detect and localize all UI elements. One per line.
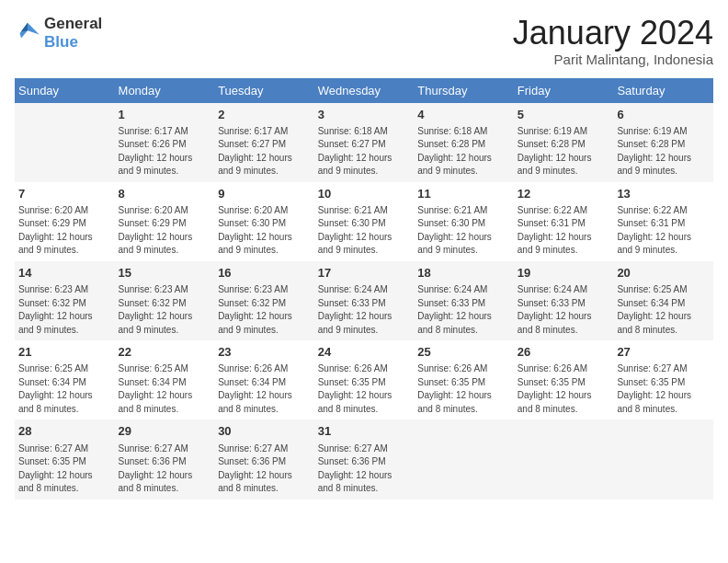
calendar-cell [414,419,514,499]
day-info: Sunrise: 6:27 AMSunset: 6:36 PMDaylight:… [318,442,411,496]
day-info: Sunrise: 6:27 AMSunset: 6:35 PMDaylight:… [18,442,111,496]
day-number: 21 [18,344,111,361]
day-number: 4 [417,107,510,123]
day-info: Sunrise: 6:26 AMSunset: 6:35 PMDaylight:… [518,362,610,416]
day-info: Sunrise: 6:17 AMSunset: 6:26 PMDaylight:… [119,125,211,178]
day-number: 18 [417,265,510,282]
day-number: 23 [218,344,311,361]
logo: General Blue [15,15,102,51]
calendar-cell: 6Sunrise: 6:19 AMSunset: 6:28 PMDaylight… [613,103,713,182]
calendar-cell [514,419,614,499]
calendar-cell: 7Sunrise: 6:20 AMSunset: 6:29 PMDaylight… [15,182,115,261]
day-info: Sunrise: 6:20 AMSunset: 6:29 PMDaylight:… [119,204,211,258]
day-info: Sunrise: 6:19 AMSunset: 6:28 PMDaylight:… [617,125,710,178]
day-number: 24 [318,344,411,361]
day-number: 2 [218,107,311,123]
day-number: 8 [119,186,211,202]
day-number: 30 [218,423,311,440]
weekday-header: Saturday [613,78,713,103]
day-number: 25 [417,344,510,361]
day-info: Sunrise: 6:22 AMSunset: 6:31 PMDaylight:… [617,204,710,258]
calendar-cell: 16Sunrise: 6:23 AMSunset: 6:32 PMDayligh… [214,261,314,340]
day-info: Sunrise: 6:22 AMSunset: 6:31 PMDaylight:… [518,204,610,258]
calendar-cell: 11Sunrise: 6:21 AMSunset: 6:30 PMDayligh… [414,182,514,261]
calendar-cell: 10Sunrise: 6:21 AMSunset: 6:30 PMDayligh… [314,182,415,261]
calendar-cell [613,419,713,499]
title-area: January 2024 Parit Malintang, Indonesia [513,15,713,67]
calendar-cell: 4Sunrise: 6:18 AMSunset: 6:28 PMDaylight… [414,103,514,182]
calendar-cell: 25Sunrise: 6:26 AMSunset: 6:35 PMDayligh… [414,340,514,419]
logo-text: General Blue [44,15,102,51]
day-number: 26 [518,344,610,361]
day-number: 19 [518,265,610,282]
day-info: Sunrise: 6:26 AMSunset: 6:35 PMDaylight:… [318,362,411,416]
weekday-header: Thursday [414,78,514,103]
day-info: Sunrise: 6:23 AMSunset: 6:32 PMDaylight:… [218,283,311,337]
day-number: 14 [18,265,111,282]
day-info: Sunrise: 6:17 AMSunset: 6:27 PMDaylight:… [218,125,311,178]
calendar-cell: 21Sunrise: 6:25 AMSunset: 6:34 PMDayligh… [15,340,115,419]
calendar-week-row: 7Sunrise: 6:20 AMSunset: 6:29 PMDaylight… [15,182,713,261]
day-info: Sunrise: 6:26 AMSunset: 6:34 PMDaylight:… [218,362,311,416]
day-number: 13 [617,186,710,202]
calendar-cell: 8Sunrise: 6:20 AMSunset: 6:29 PMDaylight… [115,182,215,261]
calendar-cell: 26Sunrise: 6:26 AMSunset: 6:35 PMDayligh… [514,340,614,419]
day-number: 29 [119,423,211,440]
day-info: Sunrise: 6:23 AMSunset: 6:32 PMDaylight:… [18,283,111,337]
calendar-week-row: 1Sunrise: 6:17 AMSunset: 6:26 PMDaylight… [15,103,713,182]
calendar-cell: 5Sunrise: 6:19 AMSunset: 6:28 PMDaylight… [514,103,614,182]
calendar-cell: 17Sunrise: 6:24 AMSunset: 6:33 PMDayligh… [314,261,415,340]
logo-icon [15,20,40,46]
calendar-cell: 1Sunrise: 6:17 AMSunset: 6:26 PMDaylight… [115,103,215,182]
calendar-cell: 18Sunrise: 6:24 AMSunset: 6:33 PMDayligh… [414,261,514,340]
calendar-week-row: 28Sunrise: 6:27 AMSunset: 6:35 PMDayligh… [15,419,713,499]
calendar-week-row: 14Sunrise: 6:23 AMSunset: 6:32 PMDayligh… [15,261,713,340]
day-info: Sunrise: 6:20 AMSunset: 6:29 PMDaylight:… [18,204,111,258]
calendar-week-row: 21Sunrise: 6:25 AMSunset: 6:34 PMDayligh… [15,340,713,419]
weekday-header-row: SundayMondayTuesdayWednesdayThursdayFrid… [15,78,713,103]
calendar-cell: 9Sunrise: 6:20 AMSunset: 6:30 PMDaylight… [214,182,314,261]
location: Parit Malintang, Indonesia [513,52,713,67]
calendar-cell: 27Sunrise: 6:27 AMSunset: 6:35 PMDayligh… [613,340,713,419]
calendar-cell: 14Sunrise: 6:23 AMSunset: 6:32 PMDayligh… [15,261,115,340]
day-info: Sunrise: 6:26 AMSunset: 6:35 PMDaylight:… [417,362,510,416]
calendar-cell: 2Sunrise: 6:17 AMSunset: 6:27 PMDaylight… [214,103,314,182]
day-info: Sunrise: 6:21 AMSunset: 6:30 PMDaylight:… [318,204,411,258]
month-title: January 2024 [513,15,713,52]
calendar-cell: 13Sunrise: 6:22 AMSunset: 6:31 PMDayligh… [613,182,713,261]
day-number: 15 [119,265,211,282]
calendar-cell [15,103,115,182]
day-number: 22 [119,344,211,361]
day-number: 10 [318,186,411,202]
day-info: Sunrise: 6:19 AMSunset: 6:28 PMDaylight:… [518,125,610,178]
day-number: 20 [617,265,710,282]
calendar-cell: 23Sunrise: 6:26 AMSunset: 6:34 PMDayligh… [214,340,314,419]
day-number: 12 [518,186,610,202]
day-number: 11 [417,186,510,202]
weekday-header: Wednesday [314,78,415,103]
calendar-cell: 20Sunrise: 6:25 AMSunset: 6:34 PMDayligh… [613,261,713,340]
calendar-cell: 28Sunrise: 6:27 AMSunset: 6:35 PMDayligh… [15,419,115,499]
weekday-header: Monday [115,78,215,103]
day-info: Sunrise: 6:24 AMSunset: 6:33 PMDaylight:… [518,283,610,337]
day-info: Sunrise: 6:24 AMSunset: 6:33 PMDaylight:… [318,283,411,337]
day-number: 7 [18,186,111,202]
day-number: 1 [119,107,211,123]
day-info: Sunrise: 6:25 AMSunset: 6:34 PMDaylight:… [119,362,211,416]
day-number: 3 [318,107,411,123]
calendar-table: SundayMondayTuesdayWednesdayThursdayFrid… [15,78,713,500]
calendar-cell: 15Sunrise: 6:23 AMSunset: 6:32 PMDayligh… [115,261,215,340]
day-info: Sunrise: 6:18 AMSunset: 6:28 PMDaylight:… [417,125,510,178]
day-info: Sunrise: 6:27 AMSunset: 6:35 PMDaylight:… [617,362,710,416]
calendar-cell: 22Sunrise: 6:25 AMSunset: 6:34 PMDayligh… [115,340,215,419]
day-info: Sunrise: 6:18 AMSunset: 6:27 PMDaylight:… [318,125,411,178]
weekday-header: Friday [514,78,614,103]
day-info: Sunrise: 6:25 AMSunset: 6:34 PMDaylight:… [18,362,111,416]
day-number: 6 [617,107,710,123]
calendar-cell: 24Sunrise: 6:26 AMSunset: 6:35 PMDayligh… [314,340,415,419]
weekday-header: Sunday [15,78,115,103]
day-info: Sunrise: 6:23 AMSunset: 6:32 PMDaylight:… [119,283,211,337]
day-number: 28 [18,423,111,440]
calendar-cell: 12Sunrise: 6:22 AMSunset: 6:31 PMDayligh… [514,182,614,261]
day-info: Sunrise: 6:24 AMSunset: 6:33 PMDaylight:… [417,283,510,337]
